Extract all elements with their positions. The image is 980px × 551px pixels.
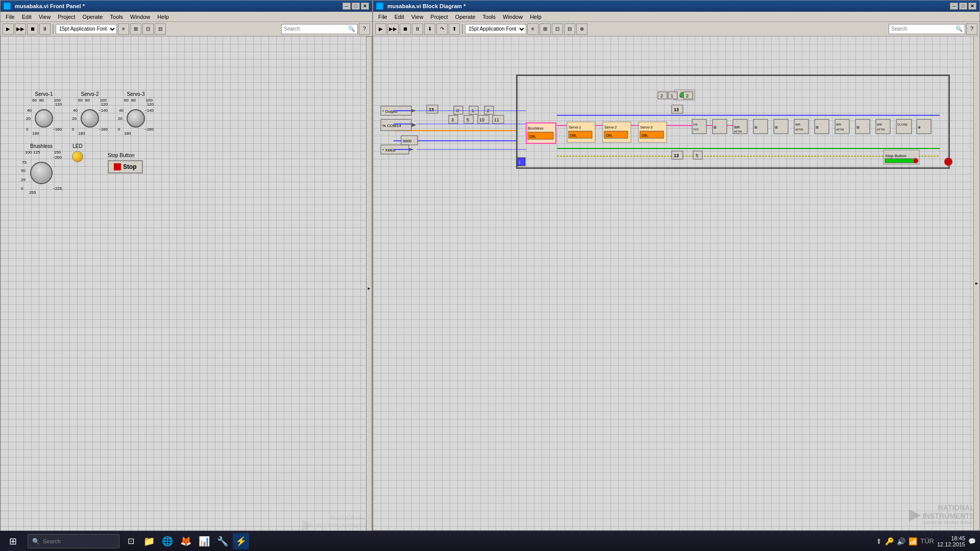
servo1-tick-40: 40 [27, 108, 32, 113]
distribute-button[interactable]: ⊞ [130, 23, 141, 35]
svg-text:⊞: ⊞ [775, 126, 778, 129]
svg-text:WR: WR [734, 126, 740, 129]
bd-minimize-button[interactable]: ─ [950, 3, 958, 10]
taskbar-folder-icon[interactable]: 📁 [141, 533, 157, 549]
bd-ni-company: NATIONALINSTRUMENTS [922, 504, 974, 520]
bd-menu-help[interactable]: Help [527, 13, 545, 20]
search-input[interactable] [284, 26, 348, 32]
svg-rect-71 [835, 119, 849, 134]
taskbar-firefox-icon[interactable]: 🦊 [178, 533, 194, 549]
menu-help[interactable]: Help [154, 13, 172, 20]
font-selector[interactable]: 15pt Application Font [56, 24, 117, 34]
bd-distribute-button[interactable]: ⊞ [540, 23, 551, 35]
svg-text:9600: 9600 [403, 139, 412, 143]
maximize-button[interactable]: □ [352, 3, 360, 10]
search-box[interactable]: 🔍 [281, 24, 358, 34]
brushless-label: Brushless [21, 143, 62, 149]
svg-text:⊞: ⊞ [856, 126, 860, 129]
bd-scroll-right[interactable]: ► [973, 36, 979, 530]
led-label: LED [72, 143, 83, 149]
bd-menu-file[interactable]: File [375, 13, 390, 20]
svg-text:2: 2 [686, 93, 689, 98]
labview-icon [4, 3, 11, 10]
svg-text:13: 13 [674, 107, 679, 112]
block-diagram-menu-bar: File Edit View Project Operate Tools Win… [373, 12, 979, 22]
servo3-knob[interactable] [127, 109, 145, 128]
taskbar-app2-icon[interactable]: 🔧 [214, 533, 231, 549]
servo2-knob[interactable] [81, 109, 99, 128]
servo1-knob[interactable] [35, 109, 53, 128]
bd-search-input[interactable] [891, 26, 955, 32]
bd-resize-button[interactable]: ⊡ [552, 23, 563, 35]
svg-text:Servo-3: Servo-3 [640, 126, 653, 129]
align-button[interactable]: ≡ [118, 23, 129, 35]
reorder-button[interactable]: ⊟ [155, 23, 166, 35]
start-button[interactable]: ⊞ [0, 531, 26, 552]
bd-menu-window[interactable]: Window [500, 13, 526, 20]
bd-step-out[interactable]: ⬆ [449, 23, 460, 35]
bd-reorder-button[interactable]: ⊟ [564, 23, 575, 35]
close-button[interactable]: ✕ [361, 3, 369, 10]
taskbar-labview-icon[interactable]: ⚡ [233, 533, 249, 549]
menu-project[interactable]: Project [55, 13, 78, 20]
pause-button[interactable]: ⏸ [39, 23, 51, 35]
clock-time: 18:45 [951, 535, 965, 541]
bd-window-controls: ─ □ ✕ [950, 3, 976, 10]
stop-button[interactable]: Stop [108, 160, 143, 173]
svg-text:* Output: * Output [382, 109, 398, 114]
bd-cleanup-button[interactable]: ⊕ [576, 23, 587, 35]
bd-search-box[interactable]: 🔍 [889, 24, 965, 34]
bd-menu-project[interactable]: Project [427, 13, 451, 20]
block-diagram-toolbar: ▶ ▶▶ ⏹ ⏸ ⬇ ↷ ⬆ 15pt Application Font ≡ ⊞… [373, 22, 979, 36]
help-button[interactable]: ? [359, 23, 370, 35]
block-diagram-title-bar: musabaka.vi Block Diagram * ─ □ ✕ [373, 1, 979, 12]
search-icon: 🔍 [348, 26, 355, 32]
bd-align-button[interactable]: ≡ [527, 23, 538, 35]
bd-step-into[interactable]: ⬇ [424, 23, 435, 35]
bd-abort-button[interactable]: ⏹ [400, 23, 411, 35]
taskbar-browser-icon[interactable]: 🌐 [159, 533, 176, 549]
servo1-tick-20: 20 [26, 116, 31, 121]
menu-operate[interactable]: Operate [80, 13, 106, 20]
bd-menu-edit[interactable]: Edit [391, 13, 407, 20]
tray-icon-3: 🔊 [897, 537, 905, 545]
bd-run-continuously-button[interactable]: ▶▶ [387, 23, 399, 35]
tray-icon-2: 🔑 [885, 537, 894, 545]
bd-menu-tools[interactable]: Tools [479, 13, 499, 20]
menu-tools[interactable]: Tools [107, 13, 126, 20]
clock-date: 12.12.2015 [937, 541, 965, 547]
run-continuously-button[interactable]: ▶▶ [15, 23, 26, 35]
notification-icon: 💬 [968, 538, 976, 545]
menu-file[interactable]: File [3, 13, 18, 20]
taskbar-app1-icon[interactable]: 📊 [196, 533, 212, 549]
bd-help-button[interactable]: ? [966, 23, 977, 35]
menu-window[interactable]: Window [127, 13, 153, 20]
abort-button[interactable]: ⏹ [27, 23, 38, 35]
minimize-button[interactable]: ─ [342, 3, 351, 10]
run-button[interactable]: ▶ [3, 23, 14, 35]
svg-marker-11 [411, 123, 416, 127]
window-controls: ─ □ ✕ [342, 3, 369, 10]
servo2-scale: 60 80 100 120 40 20 0 180 ~160 ~140 [72, 98, 108, 139]
brushless-knob[interactable] [30, 162, 53, 184]
menu-edit[interactable]: Edit [19, 13, 35, 20]
bd-pause-button[interactable]: ⏸ [412, 23, 423, 35]
taskbar-search[interactable]: 🔍 Search [28, 534, 119, 548]
front-panel-menu-bar: File Edit View Project Operate Tools Win… [1, 12, 372, 22]
task-view-button[interactable]: ⊡ [122, 533, 139, 549]
taskbar: ⊞ 🔍 Search ⊡ 📁 🌐 🦊 📊 🔧 ⚡ ⬆ 🔑 🔊 📶 TÜR 18:… [0, 531, 980, 551]
svg-text:5: 5 [696, 153, 698, 158]
scroll-right[interactable]: ► [366, 36, 372, 540]
bd-maximize-button[interactable]: □ [959, 3, 967, 10]
bd-run-button[interactable]: ▶ [375, 23, 386, 35]
resize-button[interactable]: ⊡ [142, 23, 154, 35]
bd-menu-operate[interactable]: Operate [452, 13, 479, 20]
bd-search-icon: 🔍 [955, 26, 963, 32]
tray-icon-1: ⬆ [876, 537, 882, 545]
bd-font-selector[interactable]: 15pt Application Font [465, 24, 526, 34]
menu-view[interactable]: View [36, 13, 54, 20]
bd-menu-view[interactable]: View [408, 13, 427, 20]
svg-text:* XBEE: * XBEE [382, 148, 396, 153]
bd-close-button[interactable]: ✕ [968, 3, 976, 10]
bd-step-over[interactable]: ↷ [436, 23, 448, 35]
